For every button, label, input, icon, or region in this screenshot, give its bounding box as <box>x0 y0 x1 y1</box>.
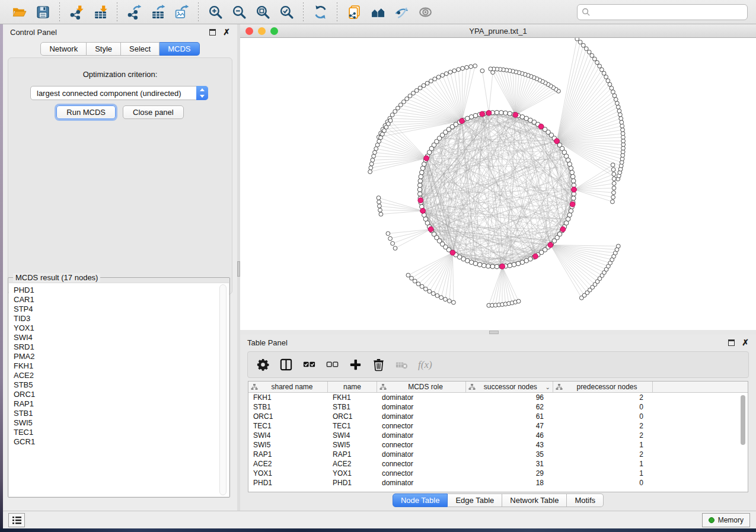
sort-indicator-icon: ⌄ <box>546 384 550 390</box>
mcds-result-item[interactable]: CAR1 <box>14 295 229 305</box>
tab-select[interactable]: Select <box>121 42 160 56</box>
zoom-out-button[interactable] <box>229 3 249 21</box>
tab-network-table[interactable]: Network Table <box>502 493 567 507</box>
search-icon <box>582 8 591 17</box>
network-canvas[interactable] <box>240 38 756 330</box>
memory-button[interactable]: Memory <box>702 513 750 527</box>
close-panel-icon[interactable]: ✗ <box>223 29 230 36</box>
mcds-result-item[interactable]: TID3 <box>14 314 229 323</box>
select-all-rows-button[interactable] <box>302 356 316 374</box>
network-window-titlebar[interactable]: YPA_prune.txt_1 <box>240 24 756 38</box>
birds-eye-view-icon <box>418 5 433 20</box>
column-header-shared-name[interactable]: shared name <box>248 382 328 392</box>
table-cell: ACE2 <box>248 459 328 469</box>
tab-node-table[interactable]: Node Table <box>393 493 448 507</box>
table-scrollbar[interactable] <box>740 393 747 491</box>
import-network-button[interactable] <box>66 3 87 21</box>
node-table[interactable]: shared namenameMCDS rolesuccessor nodes⌄… <box>248 381 748 492</box>
split-columns-icon <box>279 358 293 371</box>
mcds-result-item[interactable]: GCR1 <box>14 437 229 447</box>
delete-column-button[interactable] <box>372 356 385 374</box>
mcds-result-item[interactable]: YOX1 <box>14 323 229 333</box>
export-image-button[interactable] <box>171 3 192 21</box>
import-table-button[interactable] <box>90 3 110 21</box>
save-session-icon <box>36 5 50 20</box>
open-file-button[interactable] <box>9 3 29 21</box>
search-input[interactable] <box>591 5 747 20</box>
horizontal-splitter-grip[interactable] <box>489 331 499 334</box>
settings-button[interactable] <box>256 356 270 374</box>
mcds-result-list[interactable]: PHD1CAR1STP4TID3YOX1SWI4SRD1PMA2FKH1ACE2… <box>9 283 229 496</box>
table-row[interactable]: FKH1FKH1dominator962 <box>248 393 748 402</box>
mcds-result-item[interactable]: PHD1 <box>14 286 229 295</box>
mcds-result-groupbox: MCDS result (17 nodes) PHD1CAR1STP4TID3Y… <box>8 277 230 498</box>
table-row[interactable]: RAP1RAP1dominator352 <box>248 450 748 459</box>
table-row[interactable]: ACE2ACE2connector311 <box>248 459 748 469</box>
mcds-result-item[interactable]: PMA2 <box>14 352 229 361</box>
run-mcds-button[interactable]: Run MCDS <box>56 105 116 119</box>
network-graph[interactable] <box>240 38 756 330</box>
hide-graphics-details-button[interactable] <box>391 3 412 21</box>
table-cell: connector <box>377 459 466 469</box>
column-header-MCDS-role[interactable]: MCDS role <box>377 382 466 392</box>
search-box[interactable] <box>577 4 748 20</box>
task-history-button[interactable] <box>8 513 25 527</box>
tab-motifs[interactable]: Motifs <box>567 493 604 507</box>
mcds-result-item[interactable]: STP4 <box>14 305 229 314</box>
table-row[interactable]: SWI4SWI4dominator462 <box>248 431 748 440</box>
tab-network[interactable]: Network <box>40 42 87 56</box>
table-row[interactable]: STB1STB1dominator620 <box>248 402 748 412</box>
zoom-fit-button[interactable] <box>253 3 273 21</box>
table-cell: 18 <box>466 478 553 488</box>
float-panel-icon[interactable] <box>209 29 216 36</box>
table-cell: 35 <box>466 450 553 459</box>
tab-edge-table[interactable]: Edge Table <box>448 493 502 507</box>
mcds-result-item[interactable]: ACE2 <box>14 371 229 380</box>
table-row[interactable]: ORC1ORC1dominator610 <box>248 412 748 421</box>
close-panel-button[interactable]: Close panel <box>123 105 184 119</box>
add-column-button[interactable] <box>349 356 362 374</box>
horizontal-splitter[interactable] <box>240 330 756 335</box>
table-scrollbar-thumb[interactable] <box>741 395 745 445</box>
toolbar-separator <box>198 2 199 21</box>
column-header-name[interactable]: name <box>328 382 377 392</box>
close-table-panel-icon[interactable]: ✗ <box>742 339 749 346</box>
export-table-button[interactable] <box>148 3 168 21</box>
mcds-result-item[interactable]: TEC1 <box>14 428 229 437</box>
mcds-result-item[interactable]: STB1 <box>14 409 229 418</box>
mcds-result-item[interactable]: RAP1 <box>14 399 229 409</box>
column-header-predecessor-nodes[interactable]: predecessor nodes <box>553 382 653 392</box>
float-table-panel-icon[interactable] <box>728 339 735 346</box>
optimization-criterion-select[interactable]: largest connected component (undirected) <box>30 86 208 100</box>
zoom-in-icon <box>208 5 223 20</box>
birds-eye-view-button[interactable] <box>415 3 435 21</box>
apply-preferred-layout-button[interactable] <box>310 3 330 21</box>
table-row[interactable]: YOX1YOX1connector291 <box>248 469 748 478</box>
mcds-result-item[interactable]: SWI4 <box>14 333 229 342</box>
table-cell: 47 <box>466 421 553 431</box>
share-network-button[interactable] <box>344 3 364 21</box>
tab-mcds[interactable]: MCDS <box>160 42 199 56</box>
mcds-result-item[interactable]: SWI5 <box>14 418 229 428</box>
save-session-button[interactable] <box>33 3 53 21</box>
delete-column-icon <box>372 358 385 371</box>
zoom-selected-button[interactable] <box>276 3 296 21</box>
open-file-icon <box>12 5 27 20</box>
home-button[interactable] <box>368 3 388 21</box>
mcds-result-item[interactable]: ORC1 <box>14 390 229 399</box>
mcds-list-scrollbar[interactable] <box>219 284 227 495</box>
equation-builder-icon: f(x) <box>418 359 432 371</box>
tab-style[interactable]: Style <box>87 42 121 56</box>
table-row[interactable]: PHD1PHD1dominator180 <box>248 478 748 488</box>
zoom-in-button[interactable] <box>205 3 225 21</box>
mcds-result-item[interactable]: FKH1 <box>14 361 229 371</box>
table-row[interactable]: TEC1TEC1connector472 <box>248 421 748 431</box>
export-network-button[interactable] <box>124 3 144 21</box>
deselect-all-rows-button[interactable] <box>326 356 339 374</box>
split-columns-button[interactable] <box>279 356 293 374</box>
optimization-criterion-label: Optimization criterion: <box>8 70 232 79</box>
mcds-result-item[interactable]: STB5 <box>14 380 229 390</box>
mcds-result-item[interactable]: SRD1 <box>14 342 229 352</box>
table-row[interactable]: SWI5SWI5connector431 <box>248 440 748 450</box>
column-header-successor-nodes[interactable]: successor nodes⌄ <box>466 382 553 392</box>
